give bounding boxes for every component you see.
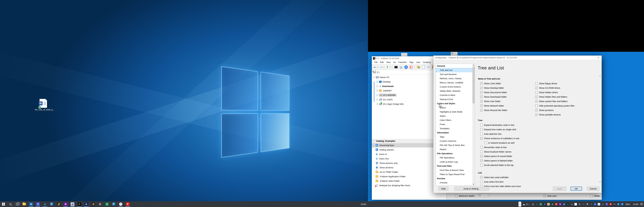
menu-item-file[interactable]: File bbox=[373, 61, 379, 64]
settings-item-menus-mouse-usability[interactable]: Menus, Mouse, Usability bbox=[436, 80, 475, 85]
menu-item-user[interactable]: User bbox=[415, 61, 422, 64]
checkbox-expand-destination-node-in-tree[interactable]: Expand destination node in tree bbox=[480, 123, 519, 127]
help-button[interactable]: Help bbox=[438, 186, 448, 191]
catalog-item-xyplorer-application-folder[interactable]: XYplorer Application Folder bbox=[372, 174, 434, 179]
new-folder-button[interactable]: + bbox=[416, 65, 420, 69]
notes-list-button[interactable]: ≣ bbox=[55, 201, 62, 207]
checkbox-hide-protected-operating-system-files[interactable]: Hide protected operating system files bbox=[535, 104, 574, 108]
tree-expander-icon[interactable]: + bbox=[376, 85, 378, 87]
dropdown-caret-icon[interactable]: ▾ bbox=[390, 66, 390, 68]
teams-button[interactable]: T bbox=[34, 201, 42, 207]
xyplorer-button[interactable]: ✕ bbox=[76, 201, 83, 207]
tree-item-desktop[interactable]: +Desktop bbox=[372, 80, 434, 84]
file-explorer-button[interactable] bbox=[21, 201, 28, 207]
tray-globe-button[interactable]: ● bbox=[551, 202, 554, 206]
checkbox-show-cd-rom-drives[interactable]: ✓Show CD-ROM drives bbox=[535, 86, 574, 90]
menu-item-tags[interactable]: Tags bbox=[408, 61, 415, 64]
apply-button[interactable]: Apply bbox=[553, 186, 566, 191]
close-icon[interactable]: ✕ bbox=[595, 56, 602, 59]
ok-button[interactable]: OK bbox=[570, 186, 582, 191]
desktop-icon-word-document[interactable]: W ✓ Re_Use_of_work_p... bbox=[35, 99, 52, 111]
settings-item-report[interactable]: Report bbox=[436, 147, 475, 151]
show-desktop-button[interactable] bbox=[367, 201, 368, 207]
checkbox-in-network-locations-as-well[interactable]: In network locations as well bbox=[484, 140, 519, 145]
settings-item-find-files-branch-view[interactable]: Find Files & Branch View bbox=[436, 168, 475, 172]
tray-diamond-check-button[interactable]: ◆ bbox=[598, 202, 600, 206]
checkbox-show-portable-devices[interactable]: ✓Show portable devices bbox=[535, 112, 574, 117]
tray-opera-button[interactable]: O bbox=[539, 202, 542, 206]
category-list-scrollbar[interactable]: ▲ ▼ bbox=[472, 64, 475, 186]
tray-power-button[interactable]: ↯ bbox=[578, 202, 581, 206]
tray-overflow-button[interactable]: ∧ ∨ bbox=[518, 202, 521, 206]
show-desktop-button[interactable] bbox=[394, 65, 398, 69]
tree-expander-icon[interactable]: − bbox=[373, 76, 375, 78]
internet-explorer-button[interactable]: e bbox=[42, 201, 48, 207]
tray-pulse-button[interactable]: P bbox=[555, 202, 558, 206]
panel-scroll-down-icon[interactable]: ∨ bbox=[599, 181, 600, 183]
tray-mail-button[interactable]: ✉ bbox=[547, 202, 550, 206]
catalog-item-show-all-items[interactable]: Show all items bbox=[372, 165, 434, 170]
checkbox-show-hidden-drives[interactable]: Show hidden drives bbox=[535, 90, 574, 94]
checkbox-show-floppy-drives[interactable]: Show floppy drives bbox=[535, 81, 574, 86]
checkbox-show-links-folder[interactable]: ✓Show Links folder bbox=[480, 81, 508, 86]
checkbox-show-recycle-bin-folder[interactable]: ✓Show Recycle Bin folder bbox=[480, 108, 508, 112]
checkbox-check-existence-of-subfolders-in-tree[interactable]: ✓Check existence of subfolders in tree bbox=[480, 136, 519, 140]
checkbox-auto-optimize-tree[interactable]: Auto-optimize tree bbox=[480, 132, 519, 136]
tray-key-button[interactable]: K bbox=[617, 202, 620, 206]
copy-button[interactable] bbox=[422, 65, 425, 69]
up-button[interactable]: ↑ bbox=[386, 65, 389, 69]
dropdown-caret-icon[interactable]: ▾ bbox=[377, 66, 378, 68]
back-button[interactable]: ← bbox=[373, 65, 377, 69]
chrome-button[interactable] bbox=[48, 201, 55, 207]
tree-expander-icon[interactable]: + bbox=[376, 103, 378, 105]
tray-outlook-button[interactable]: O bbox=[621, 202, 624, 206]
settings-item-sort-and-rename[interactable]: Sort and Rename bbox=[436, 72, 475, 76]
checkbox-select-parent-of-moved-folder[interactable]: ✓Select parent of moved folder bbox=[480, 154, 519, 158]
weather-widget[interactable]: ☁ 17... bbox=[522, 203, 531, 206]
tray-mcafee-button[interactable]: M bbox=[609, 202, 612, 206]
onenote-button[interactable]: N bbox=[62, 201, 69, 207]
background-window-fragment[interactable] bbox=[401, 53, 408, 56]
tree-item-o-nbg2-nbg2-dfs[interactable]: +(O:) nbg2 (\\nbg2-dfs) bbox=[372, 102, 434, 106]
checkbox-show-desktop-folder[interactable]: ✓Show Desktop folder bbox=[480, 86, 508, 90]
checkbox-remember-state-of-tree[interactable]: Remember state of tree bbox=[480, 145, 519, 150]
tray-b6-button[interactable]: B6 bbox=[613, 202, 616, 206]
tray-burst-button[interactable]: ✱ bbox=[566, 202, 570, 206]
settings-item-styles[interactable]: Styles bbox=[436, 114, 475, 118]
catalog-item-xyplorer-data-folder[interactable]: XYplorer Data Folder bbox=[372, 179, 434, 183]
settings-item-file-operations[interactable]: File Operations bbox=[436, 156, 475, 160]
tray-projector-button[interactable]: ⧉ bbox=[586, 202, 589, 206]
settings-item-refresh-icons-history[interactable]: Refresh, Icons, History bbox=[436, 76, 475, 80]
tray-notes-button[interactable]: ▤ bbox=[532, 202, 534, 206]
checkbox-select-parent-of-deleted-folder[interactable]: ✓Select parent of deleted folder bbox=[480, 158, 519, 163]
settings-item-safety-belts-network[interactable]: Safety Belts, Network bbox=[436, 89, 475, 93]
tree-expander-icon[interactable]: + bbox=[376, 98, 378, 100]
catalog-item-go-to-temp-folder[interactable]: Go to TEMP Folder bbox=[372, 170, 434, 174]
tray-onenote-button[interactable]: N bbox=[558, 202, 562, 206]
settings-item-controls-more[interactable]: Controls & More bbox=[436, 93, 475, 97]
tree-item-c-osdisk[interactable]: +(C:) OSDISK bbox=[372, 93, 434, 97]
catalog-item-zoom-out[interactable]: ⊖Zoom Out bbox=[372, 156, 434, 161]
settings-item-highlights-dark-mode[interactable]: Highlights & Dark Mode bbox=[436, 110, 475, 114]
task-view-button[interactable] bbox=[14, 201, 21, 207]
panel-scroll-up-icon[interactable]: ∧ bbox=[599, 74, 600, 76]
outlook-button[interactable]: O bbox=[28, 201, 34, 207]
notification-center-button[interactable] bbox=[640, 202, 643, 206]
checkbox-show-documents-folder[interactable]: ✓Show Documents folder bbox=[480, 90, 508, 94]
clock-app-button[interactable] bbox=[117, 201, 124, 207]
tray-target-button[interactable]: ◎ bbox=[601, 202, 604, 206]
settings-item-templates[interactable]: Templates bbox=[436, 126, 475, 130]
scroll-up-icon[interactable]: ▲ bbox=[472, 64, 475, 66]
menu-item-scripting[interactable]: Scripting bbox=[422, 61, 432, 64]
catalog-item-show-pictures-only[interactable]: Show pictures only bbox=[372, 161, 434, 165]
checkbox-auto-select-first-item[interactable]: Auto-select first item bbox=[480, 180, 521, 184]
start-button[interactable] bbox=[0, 201, 7, 207]
checkbox-show-user-folder[interactable]: ✓Show User folder bbox=[480, 99, 508, 104]
setup-button[interactable]: ▦ bbox=[69, 201, 76, 207]
checkbox-show-junctions[interactable]: ✓Show junctions bbox=[535, 108, 574, 112]
settings-item-fonts[interactable]: Fonts bbox=[436, 122, 475, 126]
catalog-item-zoom-in[interactable]: ⊕Zoom In bbox=[372, 152, 434, 156]
checkbox-scroll-selected-folder-to-the-top[interactable]: Scroll selected folder to the top bbox=[480, 163, 519, 167]
catalog-item-getting-started[interactable]: ▶Getting started... bbox=[372, 148, 434, 152]
paint-button[interactable]: ❖ bbox=[90, 201, 96, 207]
